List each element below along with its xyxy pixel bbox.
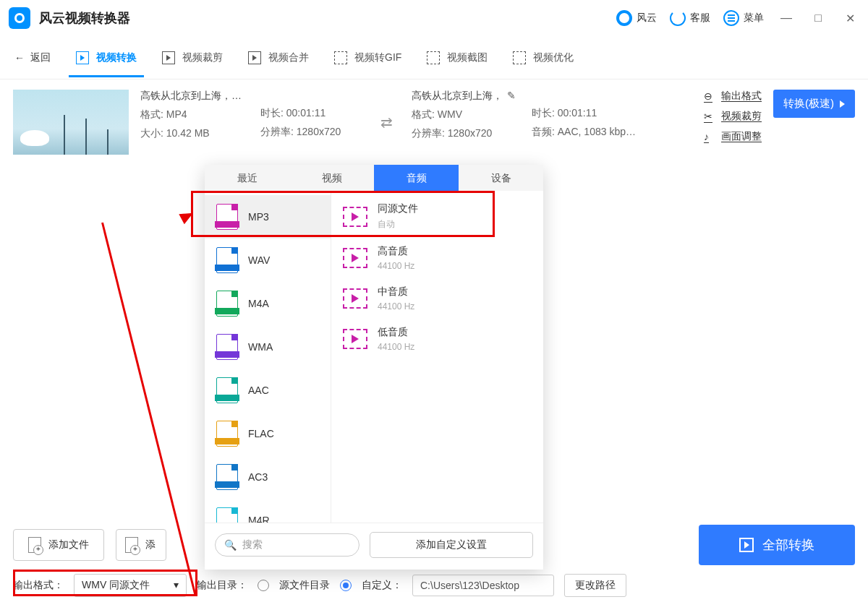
brand-label: 风云 bbox=[637, 12, 657, 25]
target-duration: 时长: 00:01:11 bbox=[532, 107, 640, 120]
action-crop[interactable]: ✂视频裁剪 bbox=[704, 110, 762, 123]
format-picker-popup: 最近 视频 音频 设备 MP3 WAV M4A WMA AAC FLAC AC3… bbox=[205, 165, 543, 570]
popup-tab-audio[interactable]: 音频 bbox=[374, 165, 459, 191]
source-title: 高铁从北京到上海，一路上要吃… bbox=[140, 90, 249, 103]
music-icon: ♪ bbox=[704, 131, 715, 142]
popup-tab-video[interactable]: 视频 bbox=[289, 165, 374, 191]
file-icon bbox=[216, 377, 238, 403]
play-icon bbox=[248, 51, 261, 64]
file-icon bbox=[216, 204, 238, 230]
play-icon bbox=[162, 51, 175, 64]
maximize-button[interactable]: □ bbox=[809, 12, 827, 25]
shuffle-icon: ⇄ bbox=[380, 113, 393, 131]
format-m4r[interactable]: M4R bbox=[205, 499, 331, 523]
quality-high[interactable]: 高音质44100 Hz bbox=[331, 238, 543, 278]
target-audio: 音频: AAC, 1083 kbp… bbox=[532, 126, 640, 139]
file-plus-icon bbox=[125, 537, 138, 553]
tab-video-crop[interactable]: 视频裁剪 bbox=[162, 38, 223, 77]
search-icon: 🔍 bbox=[224, 539, 237, 551]
tab-video-gif[interactable]: 视频转GIF bbox=[334, 38, 401, 77]
add-custom-settings-button[interactable]: 添加自定义设置 bbox=[370, 532, 533, 558]
target-format: 格式: WMV bbox=[412, 108, 520, 121]
search-placeholder: 搜索 bbox=[242, 538, 263, 551]
format-wma[interactable]: WMA bbox=[205, 325, 331, 369]
video-thumbnail[interactable] bbox=[13, 90, 129, 155]
radio-custom-dir[interactable] bbox=[340, 580, 352, 591]
source-resolution: 分辨率: 1280x720 bbox=[260, 126, 362, 139]
tab-video-merge[interactable]: 视频合并 bbox=[248, 38, 309, 77]
change-path-button[interactable]: 更改路径 bbox=[564, 574, 626, 597]
popup-tab-recent[interactable]: 最近 bbox=[205, 165, 289, 191]
add-folder-button[interactable]: 添 bbox=[116, 529, 166, 561]
popup-tab-device[interactable]: 设备 bbox=[459, 165, 543, 191]
radio-custom-dir-label: 自定义： bbox=[362, 579, 402, 592]
headset-icon bbox=[670, 10, 686, 26]
edit-title-icon[interactable]: ✎ bbox=[507, 90, 516, 101]
film-icon bbox=[343, 207, 367, 227]
target-title: 高铁从北京到上海，✎ bbox=[412, 90, 520, 103]
action-adjust[interactable]: ♪画面调整 bbox=[704, 130, 762, 143]
title-bar: 风云视频转换器 风云 客服 菜单 — □ ✕ bbox=[0, 0, 868, 36]
menu-link[interactable]: 菜单 bbox=[723, 10, 764, 26]
output-format-label: 输出格式： bbox=[13, 579, 64, 592]
convert-all-label: 全部转换 bbox=[762, 536, 814, 554]
quality-medium[interactable]: 中音质44100 Hz bbox=[331, 278, 543, 319]
support-label: 客服 bbox=[690, 12, 710, 25]
output-format-select[interactable]: WMV 同源文件 ▾ bbox=[74, 574, 187, 597]
source-duration: 时长: 00:01:11 bbox=[260, 107, 362, 120]
tab-label: 视频裁剪 bbox=[182, 51, 223, 64]
menu-label: 菜单 bbox=[744, 12, 764, 25]
export-icon: ⊖ bbox=[704, 90, 715, 102]
file-plus-icon bbox=[28, 537, 41, 553]
support-link[interactable]: 客服 bbox=[670, 10, 710, 26]
arrow-left-icon: ← bbox=[14, 52, 25, 64]
file-item: 高铁从北京到上海，一路上要吃… 格式: MP4 大小: 10.42 MB 时长:… bbox=[0, 80, 868, 165]
file-icon bbox=[216, 247, 238, 273]
format-mp3[interactable]: MP3 bbox=[205, 195, 331, 239]
quality-low[interactable]: 低音质44100 Hz bbox=[331, 319, 543, 359]
minimize-button[interactable]: — bbox=[777, 12, 796, 25]
back-label: 返回 bbox=[30, 51, 51, 64]
convert-all-button[interactable]: 全部转换 bbox=[699, 525, 855, 565]
output-path-field[interactable]: C:\Users\123\Desktop bbox=[412, 575, 554, 596]
play-icon bbox=[76, 51, 89, 64]
tab-label: 视频截图 bbox=[447, 51, 488, 64]
format-ac3[interactable]: AC3 bbox=[205, 455, 331, 499]
format-aac[interactable]: AAC bbox=[205, 369, 331, 412]
convert-button[interactable]: 转换(极速) bbox=[773, 90, 855, 118]
file-icon bbox=[216, 421, 238, 447]
file-icon bbox=[216, 507, 238, 523]
format-wav[interactable]: WAV bbox=[205, 239, 331, 282]
chevron-down-icon bbox=[840, 100, 845, 108]
radio-source-dir[interactable] bbox=[258, 580, 269, 591]
tab-label: 视频转换 bbox=[96, 51, 137, 64]
gif-icon bbox=[334, 51, 347, 64]
format-flac[interactable]: FLAC bbox=[205, 412, 331, 455]
menu-icon bbox=[723, 10, 739, 26]
search-input[interactable]: 🔍 搜索 bbox=[215, 533, 359, 557]
film-icon bbox=[343, 329, 367, 349]
play-icon bbox=[739, 538, 754, 552]
tab-label: 视频优化 bbox=[533, 51, 574, 64]
sliders-icon bbox=[513, 51, 526, 64]
tab-video-screenshot[interactable]: 视频截图 bbox=[427, 38, 488, 77]
output-format-value: WMV 同源文件 bbox=[82, 579, 150, 592]
target-icon bbox=[616, 10, 632, 26]
tab-video-convert[interactable]: 视频转换 bbox=[76, 38, 137, 77]
format-list: MP3 WAV M4A WMA AAC FLAC AC3 M4R bbox=[205, 191, 331, 523]
radio-source-dir-label: 源文件目录 bbox=[279, 579, 330, 592]
add-file-button[interactable]: 添加文件 bbox=[13, 529, 104, 561]
tab-label: 视频转GIF bbox=[354, 51, 401, 64]
app-title: 风云视频转换器 bbox=[39, 9, 130, 27]
add-file-label: 添加文件 bbox=[48, 538, 89, 551]
action-export-format[interactable]: ⊖输出格式 bbox=[704, 90, 762, 103]
back-button[interactable]: ← 返回 bbox=[14, 51, 51, 64]
source-format: 格式: MP4 bbox=[140, 108, 249, 121]
source-size: 大小: 10.42 MB bbox=[140, 127, 249, 140]
brand-link[interactable]: 风云 bbox=[616, 10, 657, 26]
format-m4a[interactable]: M4A bbox=[205, 282, 331, 325]
quality-same-as-source[interactable]: 同源文件自动 bbox=[331, 195, 543, 238]
tab-video-optimize[interactable]: 视频优化 bbox=[513, 38, 574, 77]
item-actions: ⊖输出格式 ✂视频裁剪 ♪画面调整 bbox=[704, 90, 762, 143]
close-button[interactable]: ✕ bbox=[841, 12, 859, 25]
